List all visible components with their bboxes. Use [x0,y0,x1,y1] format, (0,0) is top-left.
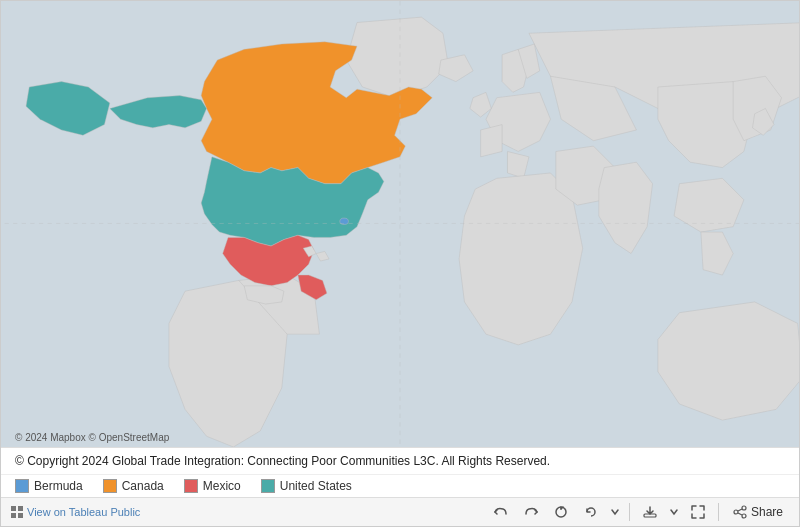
map-container[interactable]: United States © 2024 Mapbox © OpenStreet… [1,1,799,447]
fullscreen-button[interactable] [686,502,710,522]
undo-button[interactable] [489,502,513,522]
svg-point-9 [742,514,746,518]
toolbar-divider-2 [718,503,719,521]
canada-swatch [103,479,117,493]
view-on-tableau-link[interactable]: View on Tableau Public [27,506,140,518]
svg-point-8 [734,510,738,514]
refresh-icon [583,504,599,520]
share-label: Share [751,505,783,519]
legend-item-bermuda: Bermuda [15,479,83,493]
legend-item-canada: Canada [103,479,164,493]
toolbar-divider-1 [629,503,630,521]
fullscreen-icon [690,504,706,520]
legend-bar: Bermuda Canada Mexico United States [1,474,799,497]
view-on-tableau-label: View on Tableau Public [27,506,140,518]
undo-icon [493,504,509,520]
bermuda-label: Bermuda [34,479,83,493]
chevron-down-icon [611,508,619,516]
map-credit: © 2024 Mapbox © OpenStreetMap [15,432,169,443]
copyright-bar: © Copyright 2024 Global Trade Integratio… [1,447,799,474]
bermuda-swatch [15,479,29,493]
toolbar-left: View on Tableau Public [11,506,485,518]
tableau-grid-icon [11,506,23,518]
legend-item-united-states: United States [261,479,352,493]
toolbar-right: Share [489,502,789,522]
toolbar: View on Tableau Public [1,497,799,526]
redo-button[interactable] [519,502,543,522]
svg-point-7 [742,506,746,510]
mexico-label: Mexico [203,479,241,493]
download-button[interactable] [638,502,662,522]
app-container: United States © 2024 Mapbox © OpenStreet… [0,0,800,527]
refresh-dropdown-button[interactable] [609,508,621,516]
reset-button[interactable] [549,502,573,522]
reset-icon [553,504,569,520]
share-button[interactable]: Share [727,503,789,521]
share-icon [733,505,747,519]
copyright-text: © Copyright 2024 Global Trade Integratio… [15,454,550,468]
mexico-swatch [184,479,198,493]
legend-item-mexico: Mexico [184,479,241,493]
download-dropdown-button[interactable] [668,508,680,516]
redo-icon [523,504,539,520]
map-svg: United States [1,1,799,447]
download-icon [642,504,658,520]
chevron-down-icon-2 [670,508,678,516]
canada-label: Canada [122,479,164,493]
united-states-label: United States [280,479,352,493]
united-states-swatch [261,479,275,493]
refresh-button[interactable] [579,502,603,522]
